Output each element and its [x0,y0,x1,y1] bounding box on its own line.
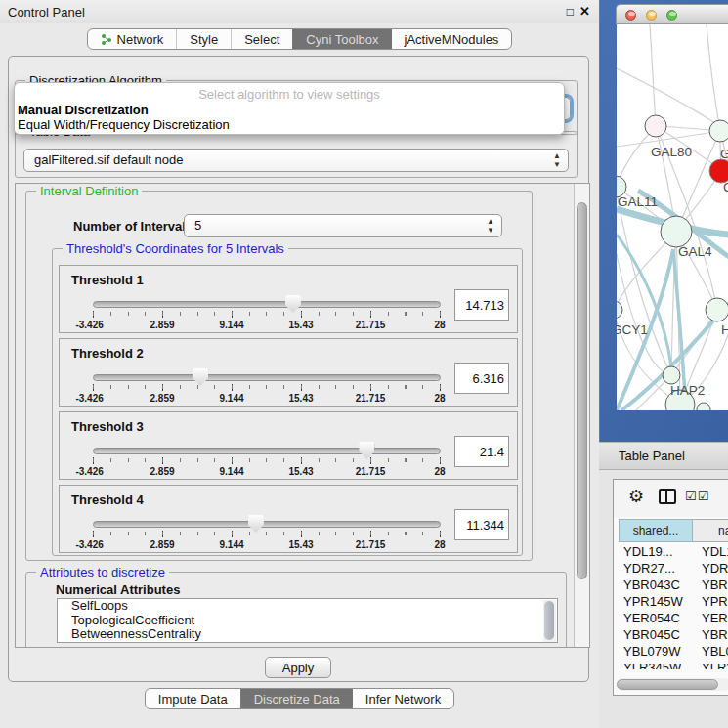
network-graph: GAL80 GA C GAL11 GAL4 GCY1 H HAP2 [617,24,728,410]
tab-select[interactable]: Select [231,29,292,49]
table-row[interactable]: YLR345WYLR3 [619,661,728,669]
popup-option-equal-width[interactable]: Equal Width/Frequency Discretization [18,117,230,132]
top-tab-bar: Network Style Select Cyni Toolbox jActiv… [0,28,599,50]
table-row[interactable]: YPR145WYPR1 [619,594,728,611]
stepper-icon: ▲▼ [487,217,494,235]
control-panel-titlebar: Control Panel □ ✕ [0,0,599,23]
table-rows: YDL19...YDL1 YDR27...YDR2 YBR043CYBR0 YP… [619,544,728,669]
horizontal-scrollbar[interactable] [616,678,728,691]
apply-button[interactable]: Apply [265,657,331,678]
interval-definition-group: Interval Definition Number of Intervals … [25,191,533,561]
interval-definition-title: Interval Definition [36,184,142,198]
threshold-3-value-field[interactable] [454,436,509,467]
table-row[interactable]: YBR045CYBR0 [619,627,728,644]
screenshot-root: Control Panel □ ✕ Network Style Select [0,0,728,728]
node-label-gal4: GAL4 [678,244,712,259]
minimize-traffic-light[interactable] [646,10,657,21]
list-item[interactable]: BetweennessCentrality [58,627,557,642]
cyni-toolbox-panel: Discretization Algorithm ▲▼ Select algor… [8,56,589,682]
panel-title: Control Panel [8,5,85,20]
checkbox-columns-icon[interactable]: ☑☑ [685,489,709,503]
bottom-tab-bar: Impute Data Discretize Data Infer Networ… [0,688,599,709]
algorithm-dropdown-popup: Select algorithm to view settings Manual… [14,82,565,135]
threshold-1-slider[interactable] [93,301,441,308]
right-panel: GAL80 GA C GAL11 GAL4 GCY1 H HAP2 Table … [599,0,728,728]
tab-impute-data[interactable]: Impute Data [146,689,240,708]
tab-discretize-data[interactable]: Discretize Data [240,689,353,708]
thresholds-group: Threshold's Coordinates for 5 Intervals … [52,248,523,556]
table-panel-title: Table Panel [619,449,685,463]
list-scrollbar-thumb[interactable] [544,601,554,640]
scrollbar-thumb[interactable] [577,202,587,579]
zoom-traffic-light[interactable] [666,10,677,21]
node-label-gal80: GAL80 [651,145,692,159]
threshold-3-slider[interactable] [93,448,441,454]
threshold-3-panel: Threshold 3 -3.426 2.859 9.144 15.43 21.… [59,411,518,480]
threshold-1-panel: Threshold 1 -3.426 2.859 9.144 15.43 21.… [59,265,518,333]
table-row[interactable]: YER054CYER0 [619,611,728,627]
table-panel-body: ⚙ ☑☑ shared... na YDL19...YDL1 YDR27...Y… [613,479,728,696]
number-of-intervals-label: Number of Intervals [73,219,193,234]
gear-icon[interactable]: ⚙ [628,487,644,506]
attributes-group-title: Attributes to discretize [36,565,169,579]
threshold-2-slider[interactable] [93,374,441,381]
control-panel-window: Control Panel □ ✕ Network Style Select [0,0,599,728]
network-window-titlebar[interactable] [616,4,728,24]
tab-jactivemnodules[interactable]: jActiveMNodules [392,29,512,49]
list-item[interactable]: SelfLoops [58,599,557,614]
table-row[interactable]: YDL19...YDL1 [619,544,728,561]
settings-scrollpane: Interval Definition Number of Intervals … [15,183,590,648]
threshold-4-panel: Threshold 4 -3.426 2.859 9.144 15.43 21.… [59,485,518,553]
list-scrollbar[interactable] [543,600,556,642]
table-data-group: Table Data galFiltered.sif default node … [15,131,578,178]
scrollbar-thumb[interactable] [617,679,718,690]
threshold-4-value-field[interactable] [454,509,509,540]
table-row[interactable]: YBR043CYBR0 [619,578,728,594]
network-icon [101,33,112,46]
threshold-4-slider[interactable] [93,521,441,528]
float-icon[interactable]: □ [567,5,574,19]
vertical-scrollbar[interactable] [574,184,589,647]
table-data-combo[interactable]: galFiltered.sif default node ▲▼ [23,149,569,172]
attributes-group: Attributes to discretize Numerical Attri… [25,572,567,648]
node-label-h: H [721,322,728,337]
column-header-name[interactable]: na [693,519,728,542]
stepper-icon: ▲▼ [553,151,561,169]
split-columns-icon[interactable] [659,489,676,504]
popup-prompt: Select algorithm to view settings [15,87,564,102]
tab-cyni-toolbox[interactable]: Cyni Toolbox [292,29,391,49]
number-of-intervals-combo[interactable]: 5 ▲▼ [184,214,502,237]
numerical-attributes-list[interactable]: SelfLoops TopologicalCoefficient Between… [57,598,558,643]
desktop-blue-background: GAL80 GA C GAL11 GAL4 GCY1 H HAP2 [599,0,728,442]
node-label-gcy1: GCY1 [617,322,648,337]
node-label-ga: GA [720,147,728,161]
table-row[interactable]: YBL079WYBL0 [619,644,728,661]
table-row[interactable]: YDR27...YDR2 [619,561,728,578]
table-toolbar: ⚙ ☑☑ [614,480,728,517]
popup-option-manual[interactable]: Manual Discretization [18,103,149,117]
tab-infer-network[interactable]: Infer Network [353,689,453,708]
node-label-hap2: HAP2 [670,383,705,398]
tab-style[interactable]: Style [176,29,231,49]
column-header-shared[interactable]: shared... [619,519,693,542]
list-item[interactable]: TopologicalCoefficient [58,614,557,628]
thresholds-group-title: Threshold's Coordinates for 5 Intervals [63,241,288,256]
node-label-c: C [723,180,728,194]
threshold-1-value-field[interactable] [454,289,509,321]
table-panel-titlebar: Table Panel [599,442,728,470]
numerical-attributes-label: Numerical Attributes [56,582,180,597]
tab-network[interactable]: Network [88,29,177,49]
close-icon[interactable]: ✕ [579,5,590,19]
threshold-2-panel: Threshold 2 -3.426 2.859 9.144 15.43 21.… [59,338,518,407]
close-traffic-light[interactable] [625,10,636,21]
network-view-canvas[interactable]: GAL80 GA C GAL11 GAL4 GCY1 H HAP2 [617,24,728,410]
table-header-row: shared... na [619,519,728,542]
threshold-2-value-field[interactable] [454,363,509,394]
node-label-gal11: GAL11 [618,194,658,209]
